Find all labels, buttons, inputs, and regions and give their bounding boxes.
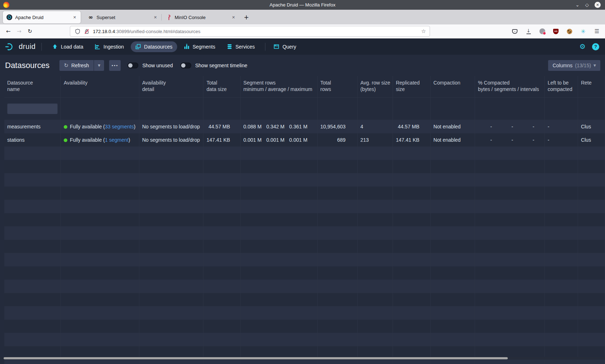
empty-cell — [139, 186, 203, 200]
cell-name[interactable]: measurements — [4, 120, 61, 133]
empty-cell — [4, 319, 61, 333]
help-icon[interactable]: ? — [592, 43, 599, 50]
empty-cell — [203, 186, 240, 200]
empty-cell — [357, 319, 393, 333]
back-button[interactable]: ← — [3, 28, 14, 35]
extension-icon[interactable] — [539, 28, 545, 35]
cookie-extension-icon[interactable] — [566, 28, 573, 35]
cell-availability_detail: No segments to load/drop — [139, 133, 203, 146]
empty-row — [4, 333, 605, 346]
column-header-retention[interactable]: Rete — [578, 76, 605, 97]
cell-replicated_size: 44.57 MB — [393, 120, 430, 133]
cell-total_data_size: 44.57 MB — [203, 120, 240, 133]
pocket-icon[interactable]: ⌄ — [512, 28, 518, 35]
horizontal-scrollbar-thumb[interactable] — [4, 357, 508, 359]
nav-item-datasources[interactable]: Datasources — [131, 41, 177, 52]
url-bar[interactable]: 172.18.0.4:30899/unified-console.html#da… — [70, 26, 430, 37]
column-header-pct_compacted[interactable]: % Compactedbytes / segments / intervals — [475, 76, 545, 97]
empty-cell — [357, 173, 393, 186]
empty-cell — [240, 306, 317, 319]
tab-close-icon[interactable]: ✕ — [72, 14, 78, 21]
tab-title: Apache Druid — [15, 15, 72, 20]
shield-icon[interactable] — [75, 29, 80, 34]
show-unused-toggle[interactable] — [127, 63, 138, 68]
columns-picker-button[interactable]: Columns (13/15) ▼ — [548, 60, 600, 71]
window-maximize-icon[interactable]: ◇ — [585, 3, 589, 7]
cell-name[interactable]: stations — [4, 133, 61, 146]
menu-hamburger-icon[interactable]: ☰ — [594, 28, 600, 35]
empty-cell — [317, 333, 357, 346]
empty-cell — [578, 333, 605, 346]
settings-gear-icon[interactable]: ⚙ — [579, 43, 586, 50]
refresh-button[interactable]: ↻ Refresh — [59, 60, 94, 71]
empty-cell — [203, 146, 240, 160]
empty-cell — [357, 293, 393, 306]
datasource-name-filter-input[interactable] — [7, 103, 58, 114]
extension-asterisk-icon[interactable]: ✳ — [580, 28, 586, 35]
empty-cell — [578, 279, 605, 293]
empty-cell — [544, 306, 578, 319]
downloads-icon[interactable]: ↓ — [525, 28, 532, 35]
load-data-icon — [52, 44, 58, 49]
empty-cell — [4, 146, 61, 160]
empty-cell — [61, 266, 139, 279]
forward-button[interactable]: → — [14, 28, 24, 35]
empty-cell — [317, 240, 357, 253]
table-row[interactable]: measurementsFully available (33 segments… — [4, 120, 605, 133]
column-header-name[interactable]: Datasourcename — [4, 76, 61, 97]
window-minimize-icon[interactable]: ⌄ — [575, 3, 579, 7]
column-header-total_data_size[interactable]: Totaldata size — [203, 76, 240, 97]
more-actions-button[interactable]: ●●● — [109, 60, 121, 71]
empty-cell — [240, 319, 317, 333]
new-tab-button[interactable]: + — [244, 14, 249, 21]
tab-close-icon[interactable]: ✕ — [230, 14, 237, 21]
empty-cell — [240, 160, 317, 173]
horizontal-scrollbar[interactable] — [0, 357, 605, 360]
empty-cell — [203, 293, 240, 306]
show-segment-timeline-toggle[interactable] — [180, 63, 191, 68]
refresh-dropdown-button[interactable]: ▼ — [94, 60, 104, 71]
empty-cell — [578, 240, 605, 253]
column-header-total_rows[interactable]: Totalrows — [317, 76, 357, 97]
empty-cell — [475, 359, 545, 364]
column-header-availability_detail[interactable]: Availabilitydetail — [139, 76, 203, 97]
empty-cell — [139, 293, 203, 306]
window-close-icon[interactable]: ✕ — [595, 2, 601, 8]
url-text[interactable]: 172.18.0.4:30899/unified-console.html#da… — [93, 29, 421, 34]
column-header-compaction[interactable]: Compaction — [430, 76, 475, 97]
tab-apache-druid[interactable]: Apache Druid ✕ — [3, 11, 81, 23]
column-header-avg_row_size[interactable]: Avg. row size(bytes) — [357, 76, 393, 97]
nav-item-ingestion[interactable]: Ingestion — [90, 41, 129, 52]
reload-button[interactable]: ↻ — [24, 28, 35, 35]
nav-item-segments[interactable]: Segments — [179, 41, 220, 52]
empty-cell — [578, 226, 605, 240]
empty-cell — [139, 319, 203, 333]
insecure-lock-icon[interactable] — [84, 29, 89, 34]
empty-cell — [475, 240, 545, 253]
empty-cell — [61, 306, 139, 319]
empty-cell — [203, 306, 240, 319]
bookmark-star-icon[interactable]: ☆ — [421, 28, 426, 35]
empty-cell — [240, 266, 317, 279]
table-row[interactable]: stationsFully available (1 segment)No se… — [4, 133, 605, 146]
tab-superset[interactable]: ∞ Superset ✕ — [84, 11, 161, 23]
column-header-segment_rows[interactable]: Segment rowsminimum / average / maximum — [240, 76, 317, 97]
empty-cell — [317, 319, 357, 333]
cell-avg_row_size: 4 — [357, 120, 393, 133]
column-header-availability[interactable]: Availability — [61, 76, 139, 97]
nav-item-load-data[interactable]: Load data — [48, 41, 88, 52]
segments-link[interactable]: 33 segments — [105, 124, 134, 129]
empty-cell — [4, 266, 61, 279]
segments-link[interactable]: 1 segment — [105, 137, 128, 143]
column-header-left_to_be_compacted[interactable]: Left to becompacted — [544, 76, 578, 97]
tab-close-icon[interactable]: ✕ — [152, 14, 158, 21]
ublock-icon[interactable]: UO — [553, 28, 559, 35]
druid-logo[interactable]: druid — [5, 42, 36, 51]
empty-cell — [544, 186, 578, 200]
tab-minio-console[interactable]: MinIO Console ✕ — [162, 11, 239, 23]
column-header-replicated_size[interactable]: Replicatedsize — [393, 76, 430, 97]
nav-item-services[interactable]: Services — [222, 41, 260, 52]
empty-cell — [578, 173, 605, 186]
nav-item-query[interactable]: Query — [269, 41, 301, 52]
empty-cell — [578, 306, 605, 319]
